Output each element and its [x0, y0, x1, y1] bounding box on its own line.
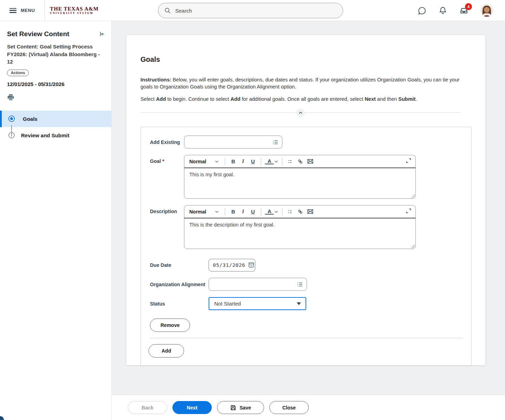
step-goals-radio-icon — [8, 116, 15, 122]
chevron-up-icon — [299, 111, 303, 115]
logo-line2: UNIVERSITY SYSTEM — [50, 12, 99, 15]
goal-label: Goal* — [150, 155, 184, 199]
top-bar: MENU THE TEXAS A&M UNIVERSITY SYSTEM 4 — [0, 0, 505, 21]
chat-icon[interactable] — [417, 6, 426, 15]
due-date-value: 05/31/2026 — [213, 262, 245, 268]
chevron-down-icon — [215, 209, 219, 214]
collapse-panel-icon[interactable] — [99, 31, 105, 38]
goals-card: Goals Instructions: Below, you will ente… — [126, 35, 485, 365]
color-chevron-down-icon[interactable] — [274, 159, 278, 164]
text-color-button[interactable]: A — [265, 158, 274, 164]
prompt-list-icon[interactable] — [296, 281, 303, 289]
step-goals-label: Goals — [23, 116, 38, 122]
profile-avatar[interactable] — [480, 4, 493, 17]
search-input[interactable] — [175, 8, 337, 14]
due-date-input[interactable]: 05/31/2026 — [209, 259, 255, 271]
description-label: Description — [150, 205, 184, 249]
bold-button[interactable]: B — [229, 207, 238, 216]
print-icon[interactable] — [7, 93, 14, 102]
save-floppy-icon — [230, 405, 236, 411]
add-button[interactable]: Add — [149, 344, 184, 357]
goal-form: Add Existing Goal* — [140, 127, 472, 366]
review-subtitle: Set Content: Goal Setting Process FY2026… — [0, 38, 111, 66]
step-goals[interactable]: Goals — [0, 111, 111, 127]
underline-button[interactable]: U — [248, 207, 257, 216]
org-alignment-input[interactable] — [209, 278, 307, 291]
calendar-icon[interactable] — [248, 261, 255, 269]
hamburger-icon — [9, 8, 17, 13]
prompt-list-icon[interactable] — [272, 139, 279, 147]
description-editor-toolbar: Normal B I U A — [184, 205, 415, 218]
instructions-paragraph-1: Instructions: Below, you will enter goal… — [140, 76, 461, 90]
goal-editor-toolbar: Normal B I U A — [184, 155, 415, 168]
global-search[interactable] — [158, 3, 343, 18]
assistant-corner-artifact — [0, 416, 6, 420]
paragraph-style-dropdown[interactable]: Normal — [189, 159, 221, 164]
italic-button[interactable]: I — [238, 207, 248, 216]
goal-richtext-editor: Normal B I U A — [184, 155, 416, 199]
add-existing-label: Add Existing — [150, 139, 184, 145]
texas-am-logo[interactable]: THE TEXAS A&M UNIVERSITY SYSTEM — [45, 6, 99, 15]
form-divider — [150, 338, 463, 338]
topbar-icons: 4 — [417, 0, 493, 21]
email-button[interactable] — [306, 207, 315, 216]
chevron-down-icon — [215, 159, 219, 164]
page: MENU THE TEXAS A&M UNIVERSITY SYSTEM 4 — [0, 0, 505, 420]
instructions-paragraph-2: Select Add to begin. Continue to select … — [140, 96, 461, 103]
resize-handle[interactable] — [411, 244, 415, 248]
back-button[interactable]: Back — [128, 401, 167, 414]
link-button[interactable] — [296, 157, 305, 166]
progress-steps: Goals Review and Submit — [0, 111, 111, 144]
menu-label: MENU — [21, 8, 35, 13]
close-button[interactable]: Close — [269, 401, 309, 414]
actions-button[interactable]: Actions — [7, 70, 29, 76]
description-text-area[interactable]: This is the description of my first goal… — [184, 218, 415, 249]
next-button[interactable]: Next — [172, 401, 212, 414]
resize-handle[interactable] — [411, 194, 415, 198]
expand-editor-icon[interactable] — [406, 208, 411, 215]
menu-button[interactable]: MENU — [0, 0, 45, 21]
review-date-range: 12/01/2025 - 05/31/2026 — [0, 76, 111, 87]
inbox-badge: 4 — [465, 3, 472, 10]
bullet-list-button[interactable] — [286, 157, 295, 166]
org-alignment-label: Organization Alignment — [150, 282, 209, 287]
status-dropdown[interactable]: Not Started — [209, 297, 306, 310]
dropdown-caret-icon — [297, 302, 301, 305]
color-chevron-down-icon[interactable] — [274, 209, 278, 214]
status-value: Not Started — [214, 301, 241, 307]
sidebar-title: Set Review Content — [7, 30, 69, 38]
save-button[interactable]: Save — [217, 401, 264, 414]
required-asterisk: * — [162, 158, 164, 164]
collapse-section-button[interactable] — [296, 109, 305, 117]
description-richtext-editor: Normal B I U A — [184, 205, 416, 249]
link-button[interactable] — [296, 207, 305, 216]
page-title: Goals — [140, 55, 471, 64]
body: Set Review Content Set Content: Goal Set… — [0, 21, 505, 420]
text-color-button[interactable]: A — [265, 209, 274, 215]
step-review-and-submit[interactable]: Review and Submit — [0, 127, 111, 144]
sidebar: Set Review Content Set Content: Goal Set… — [0, 21, 112, 420]
section-divider — [140, 112, 461, 113]
underline-button[interactable]: U — [248, 157, 257, 166]
bold-button[interactable]: B — [229, 157, 238, 166]
inbox-icon[interactable]: 4 — [459, 6, 468, 15]
add-existing-input[interactable] — [184, 136, 282, 149]
search-icon — [164, 7, 171, 14]
remove-button[interactable]: Remove — [150, 319, 190, 332]
step-review-label: Review and Submit — [21, 132, 70, 138]
footer-action-bar: Back Next Save Close — [112, 395, 505, 420]
main-area: Goals Instructions: Below, you will ente… — [112, 21, 505, 420]
expand-editor-icon[interactable] — [406, 158, 411, 165]
italic-button[interactable]: I — [238, 157, 248, 166]
email-button[interactable] — [306, 157, 315, 166]
logo-line1: THE TEXAS A&M — [50, 6, 99, 12]
bullet-list-button[interactable] — [286, 207, 295, 216]
step-connector-line — [11, 125, 12, 137]
due-date-label: Due Date — [150, 262, 209, 268]
goal-text-area[interactable]: This is my first goal. — [184, 168, 415, 198]
status-label: Status — [150, 301, 209, 307]
paragraph-style-dropdown[interactable]: Normal — [189, 209, 221, 215]
notifications-icon[interactable] — [438, 6, 447, 15]
